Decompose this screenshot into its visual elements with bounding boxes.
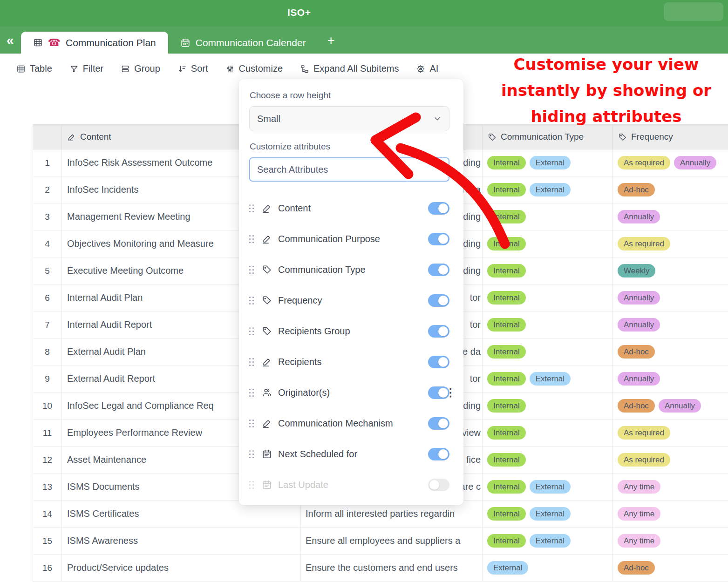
type-badge[interactable]: External — [487, 561, 528, 575]
type-badge[interactable]: Internal — [487, 453, 526, 467]
frequency-cell[interactable]: Any time — [613, 528, 728, 554]
collapse-sidebar-icon[interactable]: « — [7, 34, 14, 47]
content-cell[interactable]: ISMS Awareness — [62, 528, 301, 554]
type-badge[interactable]: Internal — [487, 507, 526, 521]
frequency-badge[interactable]: Any time — [618, 480, 660, 494]
type-badge[interactable]: External — [530, 372, 571, 386]
frequency-cell[interactable]: As required — [613, 420, 728, 446]
type-cell[interactable]: Internal — [483, 393, 613, 419]
type-cell[interactable]: Internal — [483, 230, 613, 257]
toggle-communication-mechanism[interactable] — [428, 417, 449, 430]
attribute-row-recipients[interactable]: Recipients — [249, 346, 449, 377]
type-cell[interactable]: InternalExternal — [483, 365, 613, 392]
attribute-row-communication-type[interactable]: Communication Type — [249, 254, 449, 285]
type-badge[interactable]: External — [530, 480, 571, 494]
frequency-badge[interactable]: Ad-hoc — [618, 345, 655, 359]
frequency-badge[interactable]: As required — [618, 237, 670, 250]
frequency-badge[interactable]: As required — [618, 156, 670, 169]
type-cell[interactable]: Internal — [483, 203, 613, 230]
row-height-select[interactable]: Small — [249, 106, 449, 131]
frequency-badge[interactable]: Annually — [659, 399, 701, 413]
type-badge[interactable]: Internal — [487, 156, 526, 169]
frequency-badge[interactable]: Annually — [618, 291, 660, 305]
drag-handle-icon[interactable] — [249, 358, 254, 366]
frequency-cell[interactable]: Annually — [613, 203, 728, 230]
frequency-cell[interactable]: As required — [613, 230, 728, 257]
type-badge[interactable]: External — [530, 156, 571, 169]
frequency-cell[interactable]: Annually — [613, 311, 728, 338]
type-badge[interactable]: Internal — [487, 183, 526, 196]
frequency-badge[interactable]: Weekly — [618, 264, 655, 277]
frequency-badge[interactable]: Any time — [618, 507, 660, 521]
toggle-communication-purpose[interactable] — [428, 233, 449, 245]
attribute-row-next-scheduled-for[interactable]: Next Scheduled for — [249, 439, 449, 469]
frequency-cell[interactable]: Ad-hoc — [613, 338, 728, 365]
toggle-communication-type[interactable] — [428, 264, 449, 276]
type-badge[interactable]: External — [530, 183, 571, 196]
frequency-cell[interactable]: Weekly — [613, 257, 728, 284]
frequency-badge[interactable]: As required — [618, 426, 670, 440]
toggle-recipients[interactable] — [428, 356, 449, 368]
drag-handle-icon[interactable] — [249, 450, 254, 458]
frequency-badge[interactable]: Annually — [618, 372, 660, 386]
type-badge[interactable]: External — [530, 507, 571, 521]
type-badge[interactable]: Internal — [487, 237, 526, 250]
frequency-badge[interactable]: Ad-hoc — [618, 399, 655, 413]
type-cell[interactable]: InternalExternal — [483, 149, 613, 176]
toggle-recipients-group[interactable] — [428, 325, 449, 338]
type-cell[interactable]: InternalExternal — [483, 501, 613, 527]
type-badge[interactable]: External — [530, 534, 571, 548]
purpose-cell[interactable]: Ensure the customers and end users — [301, 555, 483, 581]
type-cell[interactable]: InternalExternal — [483, 176, 613, 203]
filter-button[interactable]: Filter — [69, 63, 103, 74]
type-cell[interactable]: InternalExternal — [483, 474, 613, 500]
type-badge[interactable]: Internal — [487, 318, 526, 332]
frequency-badge[interactable]: Annually — [618, 318, 660, 332]
frequency-badge[interactable]: Ad-hoc — [618, 183, 655, 196]
type-badge[interactable]: Internal — [487, 372, 526, 386]
frequency-cell[interactable]: Ad-hoc — [613, 555, 728, 581]
add-view-button[interactable]: + — [327, 34, 335, 48]
drag-handle-icon[interactable] — [249, 266, 254, 274]
drag-handle-icon[interactable] — [249, 481, 254, 489]
frequency-cell[interactable]: As required — [613, 447, 728, 473]
drag-handle-icon[interactable] — [249, 327, 254, 335]
frequency-cell[interactable]: Ad-hoc — [613, 176, 728, 203]
type-cell[interactable]: Internal — [483, 338, 613, 365]
frequency-badge[interactable]: As required — [618, 453, 670, 467]
attribute-row-originators[interactable]: Originator(s) ⋮ — [249, 377, 449, 408]
frequency-badge[interactable]: Any time — [618, 534, 660, 548]
frequency-cell[interactable]: Any time — [613, 474, 728, 500]
toggle-next-scheduled-for[interactable] — [428, 448, 449, 460]
ai-button[interactable]: AI AI — [416, 63, 438, 74]
toggle-last-update[interactable] — [428, 479, 449, 491]
table-view-button[interactable]: Table — [16, 63, 52, 74]
sort-button[interactable]: Sort — [177, 63, 208, 74]
frequency-cell[interactable]: Any time — [613, 501, 728, 527]
frequency-badge[interactable]: Annually — [674, 156, 716, 169]
type-cell[interactable]: InternalExternal — [483, 528, 613, 554]
toggle-content[interactable] — [428, 202, 449, 215]
frequency-cell[interactable]: Annually — [613, 365, 728, 392]
drag-handle-icon[interactable] — [249, 389, 254, 397]
content-cell[interactable]: Product/Service updates — [62, 555, 301, 581]
type-cell[interactable]: Internal — [483, 257, 613, 284]
tab-communication-plan[interactable]: ☎ Communication Plan — [21, 32, 168, 54]
type-badge[interactable]: Internal — [487, 480, 526, 494]
type-badge[interactable]: Internal — [487, 534, 526, 548]
attribute-row-communication-mechanism[interactable]: Communication Mechanism — [249, 408, 449, 439]
attribute-row-last-update[interactable]: Last Update — [249, 469, 449, 500]
customize-button[interactable]: Customize — [225, 63, 283, 74]
type-cell[interactable]: Internal — [483, 420, 613, 446]
attribute-row-communication-purpose[interactable]: Communication Purpose — [249, 223, 449, 254]
frequency-cell[interactable]: Annually — [613, 284, 728, 311]
attribute-row-content[interactable]: Content — [249, 193, 449, 223]
frequency-badge[interactable]: Annually — [618, 210, 660, 223]
frequency-cell[interactable]: Ad-hocAnnually — [613, 393, 728, 419]
attribute-row-frequency[interactable]: Frequency — [249, 285, 449, 316]
frequency-badge[interactable]: Ad-hoc — [618, 561, 655, 575]
kebab-menu-icon[interactable]: ⋮ — [445, 386, 456, 399]
attribute-row-recipients-group[interactable]: Recipients Group — [249, 316, 449, 346]
type-cell[interactable]: Internal — [483, 311, 613, 338]
type-badge[interactable]: Internal — [487, 426, 526, 440]
